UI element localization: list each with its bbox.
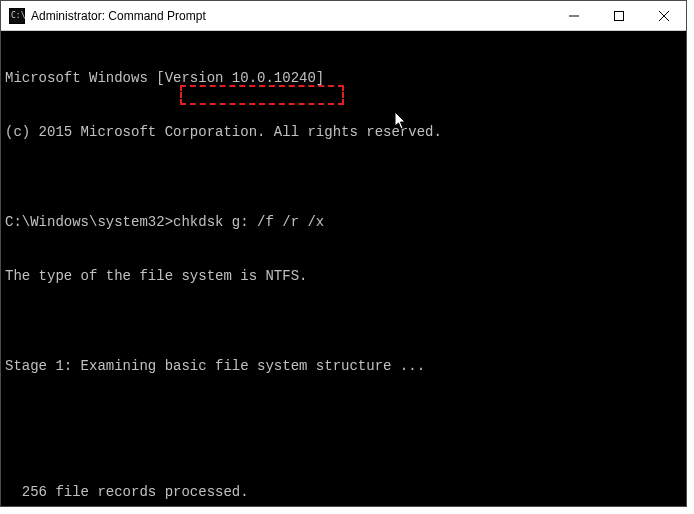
- svg-text:C:\: C:\: [11, 11, 25, 20]
- maximize-button[interactable]: [596, 1, 641, 30]
- terminal-line: The type of the file system is NTFS.: [5, 267, 682, 285]
- terminal-line: (c) 2015 Microsoft Corporation. All righ…: [5, 123, 682, 141]
- terminal-line: Stage 1: Examining basic file system str…: [5, 357, 682, 375]
- window-title: Administrator: Command Prompt: [31, 9, 551, 23]
- window-controls: [551, 1, 686, 30]
- minimize-button[interactable]: [551, 1, 596, 30]
- terminal-output[interactable]: Microsoft Windows [Version 10.0.10240] (…: [1, 31, 686, 506]
- terminal-line: C:\Windows\system32>chkdsk g: /f /r /x: [5, 213, 682, 231]
- titlebar[interactable]: C:\ Administrator: Command Prompt: [1, 1, 686, 31]
- command-prompt-window: C:\ Administrator: Command Prompt Micros…: [0, 0, 687, 507]
- svg-rect-4: [614, 11, 623, 20]
- close-button[interactable]: [641, 1, 686, 30]
- command-highlight-annotation: [180, 85, 344, 105]
- terminal-line: 256 file records processed.: [5, 483, 682, 501]
- terminal-line: Microsoft Windows [Version 10.0.10240]: [5, 69, 682, 87]
- cmd-icon: C:\: [9, 8, 25, 24]
